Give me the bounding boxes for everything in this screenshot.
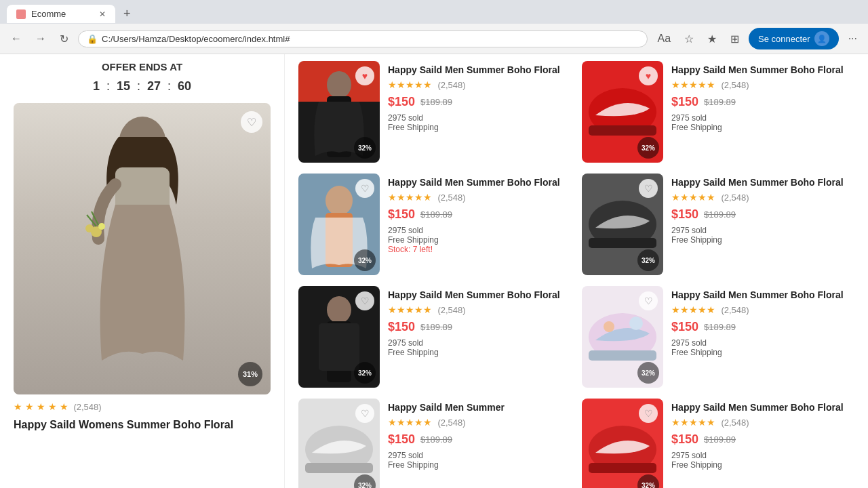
discount-badge: 32% [637,137,659,159]
product-name: Happy Saild Men Summer Boho Floral [671,401,854,413]
tab-favicon [16,9,26,19]
stars: ★★★★★ [388,304,432,315]
review-count: (2,548) [437,80,465,90]
original-price: $189.89 [704,209,736,220]
shipping-info: Free Shipping [388,348,571,357]
sold-info: 2975 sold [671,226,854,235]
svg-rect-31 [305,463,373,473]
sold-info: 2975 sold [671,113,854,123]
stars: ★★★★★ [388,79,432,90]
shipping-info: Free Shipping [671,235,854,245]
countdown-minutes: 15 [117,79,130,94]
price-row: $150 $189.89 [671,320,854,334]
sold-info: 2975 sold [671,338,854,348]
wishlist-button[interactable]: ♡ [355,404,374,423]
review-count: (2,548) [437,305,465,315]
main-product-stars: ★ ★ ★ ★ ★ (2,548) [14,401,271,412]
product-thumbnail: ♡ 32% [298,286,380,388]
svg-point-9 [327,71,351,98]
wishlist-button[interactable]: ♥ [639,66,658,85]
main-product-details: ★ ★ ★ ★ ★ (2,548) Happy Saild Womens Sum… [14,401,271,431]
tab-close-button[interactable]: ✕ [99,9,106,19]
main-discount-badge: 31% [238,362,262,386]
original-price: $189.89 [420,434,452,445]
product-info: Happy Saild Men Summer ★★★★★ (2,548) $15… [388,399,571,470]
countdown-ms: 60 [178,79,191,94]
main-product-title: Happy Saild Womens Summer Boho Floral [14,419,271,431]
svg-rect-34 [589,463,656,473]
product-stars: ★★★★★ (2,548) [388,416,571,428]
right-panel[interactable]: ♥ 32% Happy Saild Men Summer Boho Floral… [285,54,868,488]
original-price: $189.89 [420,97,452,107]
back-button[interactable]: ← [7,30,26,47]
product-thumbnail: ♡ 32% [582,174,663,275]
product-info: Happy Saild Men Summer Boho Floral ★★★★★… [671,174,854,245]
product-info: Happy Saild Men Summer Boho Floral ★★★★★… [671,399,854,470]
shipping-info: Free Shipping [388,460,571,470]
product-info: Happy Saild Men Summer Boho Floral ★★★★★… [388,61,571,132]
refresh-button[interactable]: ↻ [56,30,73,48]
main-star-4: ★ [48,401,57,412]
offer-header: OFFER ENDS AT [14,61,271,73]
product-card: ♥ 32% Happy Saild Men Summer Boho Floral… [298,61,571,163]
product-stars: ★★★★★ (2,548) [671,79,854,91]
security-icon: 🔒 [87,34,98,44]
product-card: ♡ 32% Happy Saild Men Summer Boho Floral… [298,286,571,388]
favorites-button[interactable]: ☆ [680,30,698,48]
svg-point-27 [604,321,614,332]
sold-info: 2975 sold [388,451,571,460]
more-options-button[interactable]: ··· [844,30,861,47]
svg-point-21 [327,296,351,323]
svg-rect-26 [589,350,656,361]
product-card: ♡ 32% Happy Saild Men Summer Boho Floral… [582,174,854,275]
active-tab[interactable]: Ecomme ✕ [7,5,115,23]
product-card: ♡ 32% Happy Saild Men Summer Boho Floral… [582,286,854,388]
wishlist-button[interactable]: ♡ [639,291,658,310]
product-stars: ★★★★★ (2,548) [671,304,854,316]
product-name: Happy Saild Men Summer [388,401,571,413]
original-price: $189.89 [704,434,736,445]
review-count: (2,548) [721,192,749,203]
product-stars: ★★★★★ (2,548) [388,191,571,203]
current-price: $150 [671,432,698,447]
reading-mode-button[interactable]: Aa [653,30,675,47]
star-button[interactable]: ★ [703,30,721,48]
wishlist-button[interactable]: ♡ [639,179,658,198]
tab-bar: Ecomme ✕ + [0,0,868,24]
product-name: Happy Saild Men Summer Boho Floral [388,64,571,76]
price-row: $150 $189.89 [388,320,571,334]
discount-badge: 32% [637,249,659,271]
shipping-info: Free Shipping [671,460,854,470]
wishlist-button[interactable]: ♡ [355,291,374,310]
address-bar[interactable]: 🔒 C:/Users/Hamza/Desktop/ecoomerc/index.… [78,30,648,47]
shipping-info: Free Shipping [671,123,854,132]
product-name: Happy Saild Men Summer Boho Floral [388,289,571,301]
product-info: Happy Saild Men Summer Boho Floral ★★★★★… [388,174,571,254]
review-count: (2,548) [721,418,749,428]
product-stars: ★★★★★ (2,548) [671,191,854,203]
login-button[interactable]: Se connecter 👤 [749,28,839,49]
product-thumbnail: ♥ 32% [582,61,663,163]
new-tab-button[interactable]: + [118,4,136,24]
svg-point-15 [326,186,353,216]
url-text: C:/Users/Hamza/Desktop/ecoomerc/index.ht… [102,34,639,44]
collections-button[interactable]: ⊞ [726,30,743,48]
wishlist-button[interactable]: ♥ [355,66,374,85]
forward-button[interactable]: → [31,30,50,47]
product-name: Happy Saild Men Summer Boho Floral [671,289,854,301]
stars: ★★★★★ [671,79,715,90]
price-row: $150 $189.89 [388,432,571,447]
main-star-5: ★ [60,401,68,412]
wishlist-button[interactable]: ♡ [355,179,374,198]
product-grid: ♥ 32% Happy Saild Men Summer Boho Floral… [298,61,854,488]
countdown-hours: 1 [93,79,100,94]
discount-badge: 32% [637,362,659,384]
discount-badge: 32% [354,137,376,159]
wishlist-button[interactable]: ♡ [639,404,658,423]
stars: ★★★★★ [388,192,432,203]
sold-info: 2975 sold [388,113,571,123]
main-wishlist-button[interactable]: ♡ [241,111,262,133]
countdown: 1 : 15 : 27 : 60 [14,79,271,94]
main-product-figure [41,103,244,394]
review-count: (2,548) [721,305,749,315]
